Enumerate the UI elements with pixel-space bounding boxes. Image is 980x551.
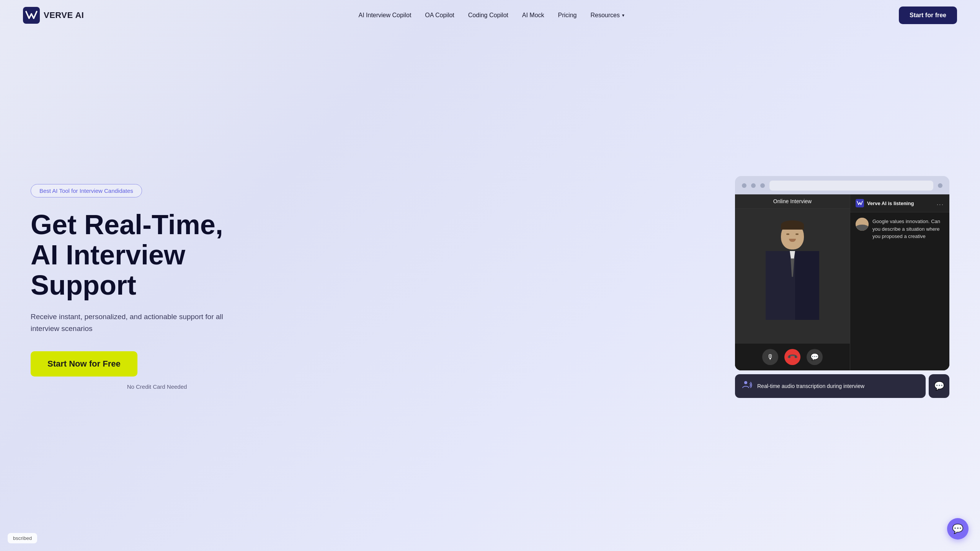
nav-link-pricing[interactable]: Pricing	[558, 12, 577, 18]
person-head	[781, 223, 804, 249]
hero-subtitle: Receive instant, personalized, and actio…	[31, 311, 253, 334]
nav-item-pricing[interactable]: Pricing	[558, 12, 577, 19]
demo-chat-icon-btn[interactable]: 💬	[929, 374, 949, 398]
nav-link-resources[interactable]: Resources ▾	[590, 12, 624, 19]
end-call-icon: 📞	[786, 351, 798, 363]
hero-cta-button[interactable]: Start Now for Free	[31, 351, 137, 377]
demo-bottom-bar: Real-time audio transcription during int…	[735, 374, 949, 398]
nav-link-coding-copilot[interactable]: Coding Copilot	[468, 12, 508, 18]
nav-links: AI Interview Copilot OA Copilot Coding C…	[358, 12, 624, 19]
nav-link-ai-mock[interactable]: AI Mock	[522, 12, 544, 18]
video-controls: 🎙 📞 💬	[735, 344, 850, 370]
nav-link-oa-copilot[interactable]: OA Copilot	[425, 12, 454, 18]
mic-button[interactable]: 🎙	[762, 349, 778, 365]
hero-title-line1: Get Real-Time,	[31, 209, 223, 240]
person-body	[766, 251, 819, 320]
chat-button[interactable]: 💬	[807, 349, 823, 365]
demo-browser-bar	[735, 176, 949, 195]
hero-title-line2: AI Interview	[31, 240, 185, 270]
end-call-button[interactable]: 📞	[784, 349, 800, 365]
svg-rect-0	[23, 7, 40, 24]
browser-dot-1	[742, 183, 746, 188]
nav-link-ai-interview[interactable]: AI Interview Copilot	[358, 12, 411, 18]
navbar: VERVE AI AI Interview Copilot OA Copilot…	[0, 0, 980, 31]
video-content	[735, 209, 850, 344]
hero-left: Best AI Tool for Interview Candidates Ge…	[31, 184, 283, 390]
video-panel: Online Interview	[735, 194, 850, 370]
no-credit-text: No Credit Card Needed	[31, 383, 283, 390]
browser-dot-2	[751, 183, 756, 188]
ai-panel-header: Verve AI is listening ...	[850, 194, 949, 212]
hero-title: Get Real-Time, AI Interview Support	[31, 210, 283, 301]
chat-icon: 💬	[810, 353, 819, 361]
mic-icon: 🎙	[767, 353, 774, 361]
chevron-down-icon: ▾	[622, 13, 624, 18]
ai-panel-logo-icon	[856, 199, 864, 207]
browser-dot-4	[938, 183, 942, 188]
ai-panel-dots: ...	[937, 200, 944, 207]
demo-chat-icon: 💬	[934, 381, 944, 391]
hero-cta-wrapper: Start Now for Free No Credit Card Needed	[31, 351, 283, 390]
ai-panel: Verve AI is listening ... Google valu	[850, 194, 949, 370]
nav-item-coding-copilot[interactable]: Coding Copilot	[468, 12, 508, 19]
interviewer-avatar	[758, 223, 827, 330]
hero-badge: Best AI Tool for Interview Candidates	[31, 184, 142, 197]
nav-item-ai-interview[interactable]: AI Interview Copilot	[358, 12, 411, 19]
hero-title-line3: Support	[31, 270, 136, 300]
unsubscribed-text: bscribed	[13, 535, 32, 541]
transcription-bar: Real-time audio transcription during int…	[735, 374, 926, 398]
ai-avatar	[856, 218, 869, 231]
nav-start-free-button[interactable]: Start for free	[899, 7, 957, 24]
transcription-text: Real-time audio transcription during int…	[757, 383, 864, 389]
browser-dot-3	[760, 183, 765, 188]
brand-name: VERVE AI	[44, 10, 84, 20]
hero-right: Online Interview	[283, 176, 949, 398]
verve-logo-icon	[23, 7, 40, 24]
video-panel-header: Online Interview	[735, 194, 850, 209]
unsubscribed-notice: bscribed	[8, 533, 37, 543]
chat-bubble-icon: 💬	[952, 523, 964, 534]
ai-panel-title: Verve AI is listening	[867, 201, 934, 206]
nav-item-oa-copilot[interactable]: OA Copilot	[425, 12, 454, 19]
logo-link[interactable]: VERVE AI	[23, 7, 84, 24]
chat-bubble-button[interactable]: 💬	[947, 518, 969, 540]
demo-container: Online Interview	[735, 176, 949, 398]
nav-item-resources[interactable]: Resources ▾	[590, 12, 624, 19]
svg-point-2	[744, 381, 747, 384]
audio-transcription-icon	[742, 380, 753, 390]
nav-item-ai-mock[interactable]: AI Mock	[522, 12, 544, 19]
ai-message: Google values innovation. Can you descri…	[856, 218, 944, 240]
ai-message-area: Google values innovation. Can you descri…	[850, 212, 949, 370]
browser-address-bar	[769, 181, 933, 191]
ai-message-text: Google values innovation. Can you descri…	[872, 218, 944, 240]
hero-section: Best AI Tool for Interview Candidates Ge…	[0, 31, 980, 551]
demo-main-area: Online Interview	[735, 194, 949, 370]
transcription-icon	[742, 380, 753, 393]
